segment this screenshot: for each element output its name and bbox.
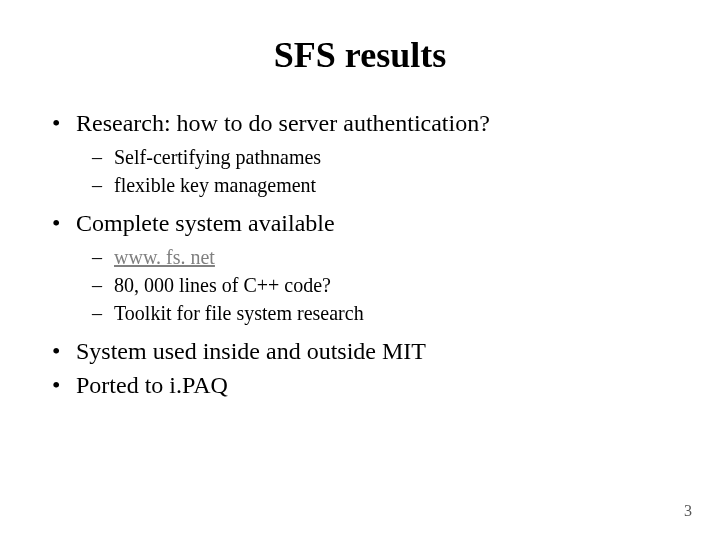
sub-bullet-item: Toolkit for file system research	[92, 300, 690, 326]
link-text[interactable]: www. fs. net	[114, 246, 215, 268]
sub-bullet-item: Self-certifying pathnames	[92, 144, 690, 170]
bullet-item: Research: how to do server authenticatio…	[48, 108, 690, 198]
bullet-item: System used inside and outside MIT	[48, 336, 690, 366]
sub-bullet-list: Self-certifying pathnames flexible key m…	[92, 144, 690, 198]
bullet-text: Research: how to do server authenticatio…	[76, 110, 490, 136]
page-number: 3	[684, 502, 692, 520]
bullet-text: Ported to i.PAQ	[76, 372, 228, 398]
bullet-text: System used inside and outside MIT	[76, 338, 426, 364]
sub-bullet-text: flexible key management	[114, 174, 316, 196]
bullet-text: Complete system available	[76, 210, 335, 236]
sub-bullet-text: 80, 000 lines of C++ code?	[114, 274, 331, 296]
bullet-list: Research: how to do server authenticatio…	[48, 108, 690, 400]
sub-bullet-item: flexible key management	[92, 172, 690, 198]
slide-content: Research: how to do server authenticatio…	[0, 108, 720, 400]
sub-bullet-item: www. fs. net	[92, 244, 690, 270]
sub-bullet-text: Self-certifying pathnames	[114, 146, 321, 168]
sub-bullet-item: 80, 000 lines of C++ code?	[92, 272, 690, 298]
bullet-item: Ported to i.PAQ	[48, 370, 690, 400]
sub-bullet-list: www. fs. net 80, 000 lines of C++ code? …	[92, 244, 690, 326]
bullet-item: Complete system available www. fs. net 8…	[48, 208, 690, 326]
slide-title: SFS results	[0, 34, 720, 76]
sub-bullet-text: Toolkit for file system research	[114, 302, 364, 324]
